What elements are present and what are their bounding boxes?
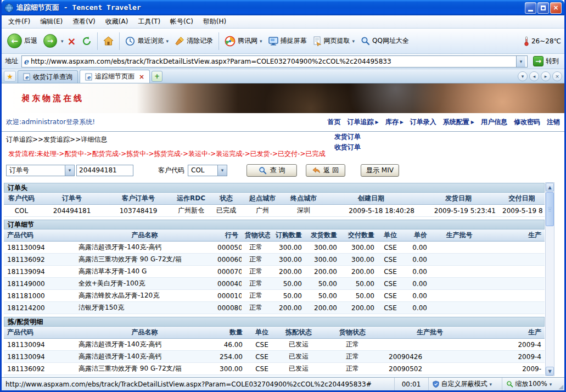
screen-capture-icon [268, 37, 278, 46]
scroll-tabs-right-button[interactable]: ▸ [541, 71, 551, 81]
recent-button[interactable]: 最近浏览 ▾ [123, 35, 171, 48]
menu-item[interactable]: 收藏(A) [101, 15, 133, 28]
menu-item[interactable]: 编辑(E) [36, 15, 67, 28]
return-arrow-icon [312, 167, 320, 174]
close-tab-button[interactable]: × [552, 71, 562, 81]
window-titlebar[interactable]: 追踪细节页面 - Tencent Traveler × [2, 0, 564, 15]
menu-item[interactable]: 文件(F) [4, 15, 35, 28]
order-field-select[interactable]: 订单号 ▾ [6, 165, 75, 176]
extract-page-icon [313, 36, 322, 46]
nav-item[interactable]: 订单追踪 ▶ [348, 117, 379, 127]
column-header: 拣配状态 [278, 327, 320, 339]
table-cell: 已发运 [278, 339, 320, 351]
scrollbar-thumb[interactable] [546, 192, 554, 226]
close-button[interactable]: × [550, 2, 562, 14]
weather-widget[interactable]: 26~28℃ [524, 36, 561, 46]
submenu-receive-order[interactable]: 收货订单 [331, 142, 364, 153]
nav-item[interactable]: 库存 ▶ [385, 117, 404, 127]
page-icon: e [85, 73, 92, 81]
section-title: 订单头 [4, 183, 545, 193]
tab-receive-order-query[interactable]: e 收货订单查询 [18, 70, 78, 83]
order-number-input[interactable] [76, 165, 133, 176]
menu-item[interactable]: 帮助(H) [199, 15, 231, 28]
maximize-button[interactable] [537, 2, 549, 14]
table-row: 181139094高露洁草本牙膏-140 G000070正常200.00200.… [4, 266, 545, 278]
address-dropdown-button[interactable]: ▾ [516, 56, 525, 67]
nav-item[interactable]: 修改密码 ▶ [514, 117, 540, 127]
table-row: 181149000全效+美白牙膏-100克000040正常50.0050.005… [4, 278, 545, 290]
return-button[interactable]: 返 回 [306, 164, 345, 177]
capture-screen-button[interactable]: 捕捉屏幕 [266, 35, 309, 47]
zoom-selector[interactable]: 缩放100% ▾ [502, 378, 559, 390]
table-cell: 0.00 [403, 302, 430, 314]
new-tab-button[interactable]: + [152, 71, 162, 82]
favorites-button[interactable]: ★ [4, 71, 16, 82]
scroll-up-button[interactable]: ▲ [546, 183, 554, 192]
nav-item-label: 用户信息 [481, 117, 507, 127]
home-button[interactable] [101, 35, 116, 47]
nav-item[interactable]: 首页 ▶ [328, 117, 341, 127]
menu-item[interactable]: 查看(V) [68, 15, 100, 28]
table-cell: 0.00 [403, 290, 430, 302]
query-button[interactable]: 查 询 [246, 164, 297, 177]
combo-dropdown-button[interactable]: ▾ [217, 165, 227, 176]
menu-item[interactable]: 帐号(C) [166, 15, 198, 28]
nav-item[interactable]: 用户信息 ▶ [481, 117, 507, 127]
table-row: 181136092高露洁三重功效牙膏 90 G-72支/箱000060正常300… [4, 254, 545, 266]
table-cell: 300.00 [340, 242, 378, 254]
table-cell: 50.00 [305, 290, 340, 302]
menu-item[interactable]: 工具(T) [133, 15, 165, 28]
vertical-scrollbar[interactable]: ▲ ▼ [545, 182, 554, 376]
tencent-site-button[interactable]: 腾讯网 ▾ [222, 34, 265, 48]
table-cell: 正常 [242, 278, 270, 290]
table-cell: 正常 [242, 266, 270, 278]
customer-code-select[interactable]: COL ▾ [188, 165, 227, 176]
nav-item-label: 系统配置 [443, 117, 469, 127]
nav-item[interactable]: 订单录入 ▶ [410, 117, 436, 127]
refresh-button[interactable] [80, 35, 94, 48]
web-extract-button[interactable]: 网页提取 ▾ [311, 35, 357, 48]
combo-dropdown-button[interactable]: ▾ [65, 165, 74, 176]
history-dropdown-icon[interactable]: ▾ [61, 38, 64, 44]
search-form: 订单号 ▾ 客户代码 COL ▾ 查 询 返 回 显示 M [2, 160, 564, 180]
back-button[interactable]: ← 后退 [5, 32, 40, 50]
tab-list-button[interactable]: ▾ [518, 71, 528, 81]
table-cell: 广州新仓 [172, 205, 210, 217]
table-cell: 高露洁三重功效牙膏 90 G-72支/箱 [75, 363, 214, 375]
table-cell: 正常 [242, 290, 270, 302]
nav-item[interactable]: 系统配置 ▶ [443, 117, 474, 127]
page-content: 昶东物流在线 欢迎:administrator登录系统! 首页 ▶ 订单追踪 ▶ [2, 83, 564, 377]
table-cell: 200.00 [340, 302, 378, 314]
block-mode-selector[interactable]: 自定义屏蔽模式 ▾ [428, 378, 502, 390]
table-cell: CSE [246, 375, 278, 378]
table-cell: 181136092 [4, 254, 75, 266]
block-mode-label: 自定义屏蔽模式 [441, 379, 487, 389]
tab-track-detail[interactable]: e 追踪细节页面 × [80, 70, 150, 83]
table-cell: 200.00 [270, 266, 305, 278]
clear-history-button[interactable]: 清除记录 [172, 35, 215, 48]
scroll-tabs-left-button[interactable]: ◂ [529, 71, 539, 81]
tab-close-icon[interactable]: × [139, 73, 144, 81]
minimize-button[interactable] [525, 2, 536, 14]
stop-button[interactable]: × [65, 35, 79, 47]
qq-sites-button[interactable]: QQ网址大全 [358, 35, 411, 47]
scroll-down-button[interactable]: ▼ [546, 367, 554, 376]
nav-item[interactable]: 注销 ▶ [547, 117, 560, 127]
recent-dropdown-icon: ▾ [166, 38, 169, 44]
address-input[interactable]: e http://www.aspxam.com/ebs/track/TrackD… [21, 55, 528, 68]
column-header: 订单号 [39, 193, 105, 205]
resize-grip[interactable]: ◢ [559, 383, 564, 390]
show-miv-button[interactable]: 显示 MIV [361, 164, 399, 177]
scrollbar-track[interactable] [546, 192, 554, 367]
back-label: 后退 [24, 36, 37, 46]
column-header: 交付日期 [499, 193, 545, 205]
order-detail-table: 产品代码产品名称行号货物状态订购数量发货数量交付数量单位单价生产批号生产1811… [4, 229, 545, 314]
nav-item-label: 库存 [385, 117, 399, 127]
go-button[interactable]: → 转到 [531, 55, 561, 68]
status-time-segment: 00:01 [394, 378, 428, 390]
table-cell: 000060 [214, 254, 242, 266]
forward-button[interactable]: → [41, 32, 59, 49]
shield-icon [433, 380, 439, 388]
column-header: 发货数量 [305, 229, 340, 242]
submenu-ship-order[interactable]: 发货订单 [331, 132, 364, 142]
